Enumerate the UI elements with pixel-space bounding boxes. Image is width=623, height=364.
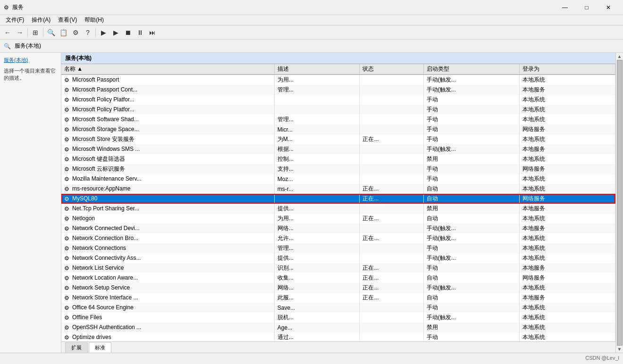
service-name: Microsoft Passport [72,76,119,83]
start-service2-button[interactable]: ▶ [110,27,121,38]
table-row[interactable]: ⚙Microsoft Policy Platfor...手动本地系统 [61,95,615,105]
service-status [360,332,423,341]
service-login: 本地系统 [519,174,615,184]
service-icon: ⚙ [64,255,71,262]
table-row[interactable]: ⚙Optimize drives通过...手动本地系统 [61,332,615,341]
table-row[interactable]: ⚙Network Connectivity Ass...提供...手动(触发..… [61,253,615,263]
table-row[interactable]: ⚙Microsoft Windows SMS ...根据...手动(触发...本… [61,144,615,154]
table-row[interactable]: ⚙Mozilla Maintenance Serv...Moz...手动本地系统 [61,174,615,184]
minimize-button[interactable]: — [554,0,576,15]
table-row[interactable]: ⚙Network Connected Devi...网络...手动(触发...本… [61,223,615,233]
table-row[interactable]: ⚙Network Store Interface ...此服...正在...自动… [61,293,615,303]
table-row[interactable]: ⚙MySQL80正在...自动网络服务 [61,194,615,204]
service-startup: 手动 [423,115,519,124]
service-icon: ⚙ [64,324,71,331]
service-login: 本地系统 [519,134,615,144]
service-status [360,313,423,323]
service-desc: 管理... [274,243,360,253]
service-icon: ⚙ [64,265,71,272]
pause-service-button[interactable]: ⏸ [135,27,146,38]
up-button[interactable]: ⊞ [30,27,41,38]
forward-button[interactable]: → [14,27,25,38]
col-header-login[interactable]: 登录为 [519,64,615,74]
service-icon: ⚙ [64,235,71,242]
service-status [360,253,423,263]
table-row[interactable]: ⚙Netlogon为用...正在...自动本地系统 [61,214,615,223]
table-row[interactable]: ⚙Network List Service识别...正在...手动本地服务 [61,263,615,273]
table-row[interactable]: ⚙OpenSSH Authentication ...Age...禁用本地系统 [61,323,615,332]
table-row[interactable]: ⚙Microsoft 云标识服务支持...手动网络服务 [61,164,615,174]
table-row[interactable]: ⚙Network Setup Service网络...正在...手动(触发...… [61,283,615,293]
bottom-tabs: 扩展 标准 [61,341,615,353]
tab-extended[interactable]: 扩展 [65,342,88,353]
title-bar: ⚙ 服务 — □ ✕ [0,0,623,15]
service-icon: ⚙ [64,107,71,113]
table-row[interactable]: ⚙ms-resource:AppNamems-r...正在...自动本地系统 [61,184,615,194]
service-table-container[interactable]: 名称 ▲ 描述 状态 启动类型 登录为 ⚙Microsoft Passport为… [61,64,615,341]
service-login: 本地系统 [519,323,615,332]
show-hide-button[interactable]: 🔍 [45,27,57,38]
table-row[interactable]: ⚙Microsoft Store 安装服务为M...正在...手动本地系统 [61,134,615,144]
stop-service-button[interactable]: ⏹ [122,27,134,38]
sidebar-item-services-local[interactable]: 服务(本地) [4,57,57,64]
service-startup: 手动(触发... [423,253,519,263]
col-header-startup[interactable]: 启动类型 [423,64,519,74]
table-row[interactable]: ⚙Office 64 Source EngineSave...手动本地系统 [61,303,615,313]
scrollbar[interactable]: ▲ ▼ [615,53,623,353]
service-status [360,204,423,214]
table-row[interactable]: ⚙Microsoft 键盘筛选器控制...禁用本地系统 [61,154,615,164]
table-row[interactable]: ⚙Microsoft Passport为用...手动(触发...本地系统 [61,74,615,85]
table-row[interactable]: ⚙Microsoft Software Shad...管理...手动本地系统 [61,115,615,124]
service-desc [274,105,360,115]
service-status: 正在... [360,194,423,204]
menu-action[interactable]: 操作(A) [28,15,54,25]
table-row[interactable]: ⚙Microsoft Passport Cont...管理...手动(触发...… [61,85,615,95]
table-row[interactable]: ⚙Net.Tcp Port Sharing Ser...提供...禁用本地服务 [61,204,615,214]
table-row[interactable]: ⚙Microsoft Storage Space...Micr...手动网络服务 [61,124,615,134]
export-button[interactable]: 📋 [58,27,69,38]
table-row[interactable]: ⚙Offline Files脱机...手动(触发...本地系统 [61,313,615,323]
tab-standard[interactable]: 标准 [89,342,111,353]
properties-button[interactable]: ⚙ [70,27,81,38]
col-header-name[interactable]: 名称 ▲ [61,64,274,74]
service-icon: ⚙ [64,314,71,321]
service-icon: ⚙ [64,186,71,192]
status-text: CSDN @Lev_l [585,355,619,361]
service-startup: 自动 [423,293,519,303]
menu-bar: 文件(F) 操作(A) 查看(V) 帮助(H) [0,15,623,25]
table-row[interactable]: ⚙Microsoft Policy Platfor...手动本地系统 [61,105,615,115]
close-button[interactable]: ✕ [598,0,619,15]
service-login: 本地服务 [519,223,615,233]
maximize-button[interactable]: □ [576,0,598,15]
service-desc: 提供... [274,253,360,263]
start-service-button[interactable]: ▶ [98,27,109,38]
service-status: 正在... [360,134,423,144]
help-button[interactable]: ? [82,27,93,38]
service-login: 本地系统 [519,233,615,243]
col-header-status[interactable]: 状态 [360,64,423,74]
scroll-thumb[interactable] [617,60,623,346]
service-desc: 管理... [274,115,360,124]
table-row[interactable]: ⚙Network Connection Bro...允许...正在...手动(触… [61,233,615,243]
service-startup: 手动 [423,263,519,273]
scroll-up-button[interactable]: ▲ [617,54,622,59]
service-desc: 网络... [274,283,360,293]
menu-help[interactable]: 帮助(H) [81,15,108,25]
service-status [360,223,423,233]
service-login: 本地服务 [519,263,615,273]
restart-service-button[interactable]: ⏭ [147,27,158,38]
table-header-row: 名称 ▲ 描述 状态 启动类型 登录为 [61,64,615,74]
scroll-down-button[interactable]: ▼ [617,347,622,352]
service-desc: Micr... [274,124,360,134]
back-button[interactable]: ← [2,27,13,38]
service-status [360,154,423,164]
table-row[interactable]: ⚙Network Location Aware...收集...正在...自动网络… [61,273,615,283]
menu-file[interactable]: 文件(F) [2,15,28,25]
service-startup: 手动(触发... [423,144,519,154]
service-status [360,74,423,85]
menu-view[interactable]: 查看(V) [54,15,81,25]
col-header-desc[interactable]: 描述 [274,64,360,74]
service-name: Microsoft 云标识服务 [72,165,125,172]
service-desc: ms-r... [274,184,360,194]
table-row[interactable]: ⚙Network Connections管理...手动本地系统 [61,243,615,253]
